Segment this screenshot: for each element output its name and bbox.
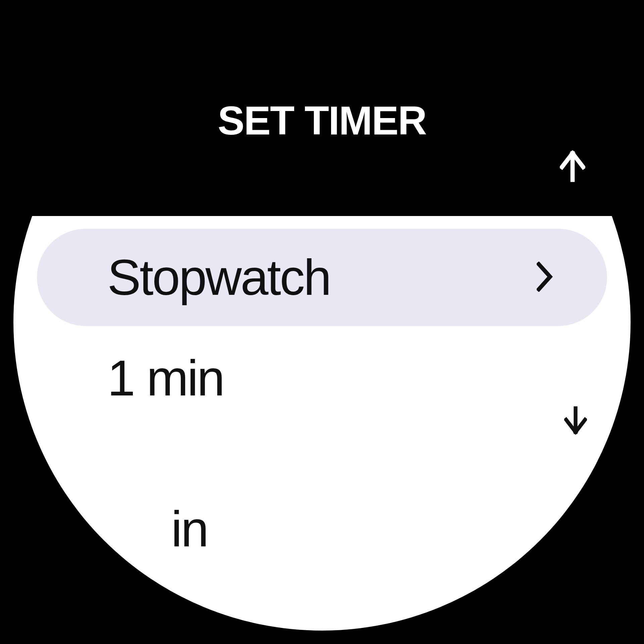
list-item-stopwatch[interactable]: Stopwatch [37,229,607,326]
scroll-up-icon[interactable] [560,149,585,184]
watch-face: SET TIMER Stopwatch 1 min in [13,13,631,631]
list-item-partial[interactable]: in [37,487,607,571]
list-item-1min[interactable]: 1 min [37,336,607,420]
content-panel: Stopwatch 1 min in [13,216,631,631]
list-item-label: 1 min [107,349,224,407]
list-item-label: Stopwatch [107,249,330,307]
chevron-right-icon [537,262,553,293]
list-item-label: in [171,500,208,558]
scroll-down-icon[interactable] [564,404,587,439]
page-title: SET TIMER [218,97,426,144]
